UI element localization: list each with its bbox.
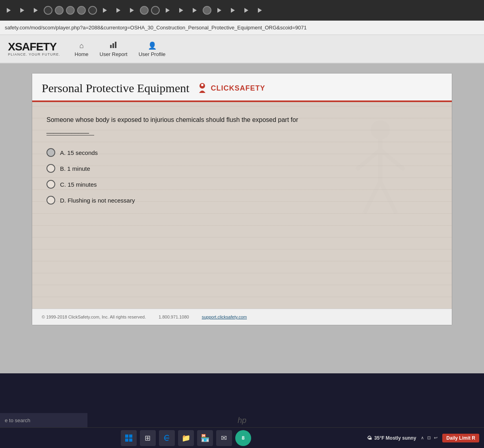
svg-marker-4 (116, 8, 120, 13)
nav-items: ⌂ Home User Report 👤 User Profile (75, 41, 166, 57)
footer-phone: 1.800.971.1080 (159, 315, 189, 319)
svg-rect-27 (129, 438, 132, 442)
question-area: Someone whose body is exposed to injurio… (32, 102, 452, 309)
nav-user-report[interactable]: User Report (100, 41, 128, 57)
system-tray: ∧ ⊡ ↩ (421, 435, 438, 440)
daily-limit-badge[interactable]: Daily Limit R (442, 434, 479, 442)
svg-line-22 (364, 182, 380, 213)
taskbar-windows-btn[interactable] (121, 430, 137, 446)
radio-a[interactable] (46, 148, 55, 157)
weather-text: 35°F Mostly sunny (374, 435, 416, 441)
footer-copyright: © 1999-2018 ClickSafety.com, Inc. All ri… (42, 315, 146, 319)
user-icon: 👤 (148, 41, 157, 50)
radio-d[interactable] (46, 196, 55, 205)
svg-rect-13 (110, 45, 112, 48)
svg-marker-8 (193, 8, 197, 13)
svg-point-17 (201, 84, 203, 86)
url-text: safety.com/mod/scom/player.php?a=2088&cu… (5, 25, 307, 31)
svg-marker-0 (7, 8, 11, 13)
play-btn-7[interactable] (162, 5, 173, 16)
address-bar[interactable]: safety.com/mod/scom/player.php?a=2088&cu… (0, 21, 484, 35)
svg-marker-3 (103, 8, 107, 13)
chart-icon (110, 41, 118, 50)
search-placeholder: e to search (5, 417, 30, 423)
watermark-figure (341, 118, 420, 223)
play-btn-13[interactable] (254, 5, 265, 16)
radio-c[interactable] (46, 180, 55, 189)
home-icon: ⌂ (79, 42, 84, 50)
media-circle-4 (77, 6, 86, 15)
course-title-bar: Personal Protective Equipment CLICKSAFET… (32, 73, 452, 102)
clicksafety-brand-name: CLICKSAFETY (211, 84, 265, 93)
svg-rect-26 (125, 438, 128, 442)
search-bar[interactable]: e to search (0, 413, 87, 427)
play-btn-5[interactable] (113, 5, 124, 16)
nav-user-report-label: User Report (100, 51, 128, 57)
course-title: Personal Protective Equipment (42, 81, 190, 95)
svg-marker-6 (166, 8, 170, 13)
nav-user-profile-label: User Profile (139, 51, 166, 57)
media-circle-3 (66, 6, 75, 15)
question-body: Someone whose body is exposed to injurio… (46, 116, 298, 123)
svg-marker-11 (244, 8, 248, 13)
svg-rect-25 (129, 434, 132, 438)
svg-marker-10 (231, 8, 235, 13)
weather-info: 🌤 35°F Mostly sunny (367, 435, 416, 441)
svg-marker-9 (217, 8, 221, 13)
option-a-label: A. 15 seconds (60, 149, 98, 156)
svg-marker-2 (34, 8, 38, 13)
network-icon: ⊡ (427, 435, 431, 440)
nav-home-label: Home (75, 51, 89, 57)
media-circle-2 (55, 6, 64, 15)
taskbar-chrome-btn[interactable]: 8 (235, 430, 251, 446)
weather-icon: 🌤 (367, 435, 372, 441)
play-btn-1[interactable] (3, 5, 14, 16)
media-toolbar (0, 0, 484, 21)
hp-logo: hp (238, 416, 246, 425)
footer-support-link[interactable]: support.clicksafety.com (202, 315, 247, 319)
svg-marker-1 (20, 8, 24, 13)
taskbar-store-btn[interactable]: 🏪 (197, 430, 213, 446)
play-btn-8[interactable] (176, 5, 187, 16)
play-btn-9[interactable] (189, 5, 200, 16)
course-footer: © 1999-2018 ClickSafety.com, Inc. All ri… (32, 309, 452, 325)
media-circle-7 (151, 6, 160, 15)
svg-rect-14 (112, 43, 114, 48)
svg-rect-15 (115, 42, 116, 48)
play-btn-12[interactable] (241, 5, 252, 16)
question-blank: ____________ (46, 125, 94, 136)
play-btn-11[interactable] (227, 5, 238, 16)
media-circle-8 (203, 6, 211, 15)
taskbar-file-explorer-btn[interactable]: 📁 (178, 430, 194, 446)
svg-marker-7 (179, 8, 183, 13)
media-circle-6 (140, 6, 149, 15)
sound-icon: ↩ (434, 435, 438, 440)
radio-b[interactable] (46, 164, 55, 173)
play-btn-3[interactable] (30, 5, 41, 16)
clicksafety-logo: CLICKSAFETY (196, 82, 265, 95)
svg-marker-5 (130, 8, 134, 13)
play-btn-10[interactable] (214, 5, 225, 16)
hp-brand-text: hp (238, 416, 246, 425)
clicksafety-brand-icon (196, 82, 209, 95)
svg-line-23 (380, 182, 396, 213)
taskbar-mail-btn[interactable]: ✉ (216, 430, 232, 446)
play-btn-4[interactable] (99, 5, 110, 16)
app-header: XSAFETY PLIANCE. YOUR FUTURE. ⌂ Home Use… (0, 35, 484, 64)
svg-line-21 (380, 150, 404, 170)
question-text: Someone whose body is exposed to injurio… (46, 115, 317, 135)
media-circle-1 (44, 6, 52, 15)
option-d-label: D. Flushing is not necessary (60, 197, 135, 204)
taskbar-right: 🌤 35°F Mostly sunny ∧ ⊡ ↩ Daily Limit R (367, 434, 479, 442)
taskbar-task-view-btn[interactable]: ⊞ (140, 430, 156, 446)
taskbar-edge-btn[interactable] (159, 430, 175, 446)
nav-home[interactable]: ⌂ Home (75, 42, 89, 57)
chevron-up-icon[interactable]: ∧ (421, 435, 424, 440)
play-btn-6[interactable] (126, 5, 137, 16)
brand-name: XSAFETY (8, 41, 60, 52)
taskbar: ⊞ 📁 🏪 ✉ 8 🌤 35°F Mostly sunny ∧ ⊡ ↩ Dail… (0, 427, 484, 448)
play-btn-2[interactable] (17, 5, 28, 16)
taskbar-center: ⊞ 📁 🏪 ✉ 8 (121, 430, 251, 446)
nav-user-profile[interactable]: 👤 User Profile (139, 41, 166, 57)
main-content: Personal Protective Equipment CLICKSAFET… (0, 64, 484, 373)
